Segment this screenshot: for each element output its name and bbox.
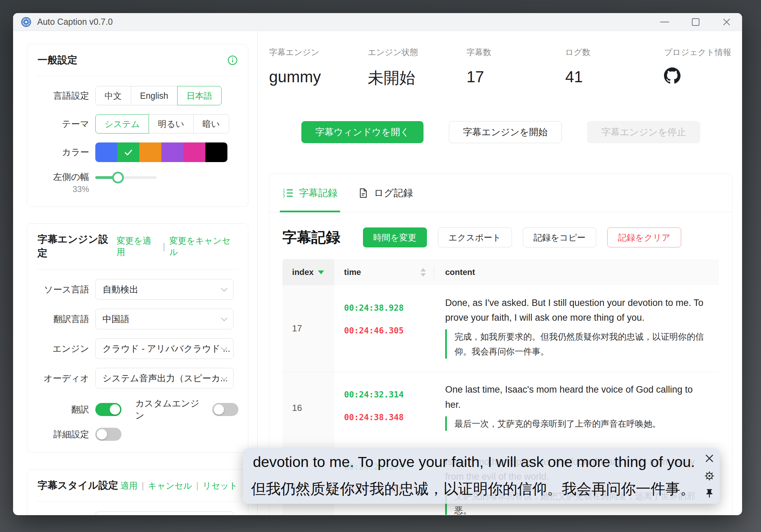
export-button[interactable]: エクスポート <box>438 227 512 247</box>
language-option-chinese[interactable]: 中文 <box>95 86 131 105</box>
column-header-content: content <box>434 259 719 285</box>
chevron-down-icon <box>221 315 227 321</box>
start-time: 00:24:32.314 <box>344 390 434 400</box>
left-width-slider[interactable] <box>95 176 157 179</box>
info-icon[interactable] <box>227 55 238 65</box>
audio-select[interactable]: システム音声出力（スピーカ... <box>95 368 234 389</box>
caption-translation: 最后一次，艾萨克的母亲听到了上帝的声音在呼唤她。 <box>445 416 705 431</box>
settings-sidebar: 一般設定 言語設定 中文 English <box>13 31 258 515</box>
apply-changes-link[interactable]: 変更を適用 <box>117 235 159 258</box>
stat-project-info: プロジェクト情報 <box>664 47 742 89</box>
change-time-button[interactable]: 時間を変更 <box>363 227 427 247</box>
language-option-japanese[interactable]: 日本語 <box>177 86 222 105</box>
theme-option-dark[interactable]: 暗い <box>193 114 229 134</box>
desktop-background: Auto Caption v0.7.0 一般設定 <box>0 0 761 532</box>
style-reset-link[interactable]: リセット <box>203 480 238 491</box>
records-title: 字幕記録 <box>282 228 340 247</box>
long-caption-select[interactable]: 改行しない（字幕ウィンドウ... <box>95 511 234 515</box>
color-setting-label: カラー <box>37 146 89 158</box>
slider-thumb[interactable] <box>112 172 124 183</box>
stat-label: プロジェクト情報 <box>664 47 742 58</box>
column-header-time[interactable]: time <box>334 259 434 285</box>
color-swatch-blue[interactable] <box>95 142 117 162</box>
engine-actions: 字幕ウィンドウを開く 字幕エンジンを開始 字幕エンジンを停止 <box>269 121 732 143</box>
caption-translation: 完成，如我所要求的。但我仍然质疑你对我的忠诚，以证明你的信仰。我会再问你一件事。 <box>445 329 705 359</box>
ordered-list-icon: 1 2 3 <box>282 188 293 199</box>
tab-log-records[interactable]: ログ記録 <box>358 174 413 212</box>
caption-overlay-translated-text: 的。但我仍然质疑你对我的忠诚，以证明你的信仰。我会再问你一件事。 <box>243 479 695 499</box>
engine-label: エンジン <box>37 343 89 355</box>
language-setting-label: 言語設定 <box>37 90 89 102</box>
svg-text:3: 3 <box>283 194 285 198</box>
translate-toggle[interactable] <box>95 403 121 416</box>
row-index: 17 <box>282 285 334 372</box>
accent-color-swatches <box>95 142 227 162</box>
maximize-button[interactable] <box>680 13 711 31</box>
theme-option-light[interactable]: 明るい <box>149 114 193 134</box>
copy-records-button[interactable]: 記録をコピー <box>523 227 597 247</box>
caption-text: Done, as I've asked. But I still questio… <box>445 296 705 325</box>
stat-value: gummy <box>269 67 368 86</box>
stop-engine-button[interactable]: 字幕エンジンを停止 <box>587 121 700 143</box>
language-option-english[interactable]: English <box>131 86 178 105</box>
close-button[interactable] <box>711 13 742 31</box>
chevron-down-icon <box>221 285 227 291</box>
github-icon[interactable] <box>664 67 680 84</box>
engine-value: クラウド - アリババクラウド ... <box>103 343 230 355</box>
cancel-changes-link[interactable]: 変更をキャンセル <box>169 235 238 258</box>
style-apply-link[interactable]: 適用 <box>120 480 138 491</box>
minimize-button[interactable] <box>649 13 680 31</box>
color-swatch-green[interactable] <box>117 142 139 162</box>
gear-icon <box>704 470 715 481</box>
close-icon <box>704 453 715 464</box>
target-language-select[interactable]: 中国語 <box>95 309 234 329</box>
custom-engine-toggle[interactable] <box>212 403 238 416</box>
engine-select[interactable]: クラウド - アリババクラウド ... <box>95 338 234 359</box>
column-header-index[interactable]: index <box>282 259 334 285</box>
source-language-label: ソース言語 <box>37 284 89 296</box>
link-divider: | <box>196 481 199 491</box>
link-divider: | <box>163 242 165 252</box>
overlay-close-button[interactable] <box>703 452 716 465</box>
overlay-pin-button[interactable] <box>703 487 716 500</box>
row-content: Done, as I've asked. But I still questio… <box>434 285 719 372</box>
table-row[interactable]: 17 00:24:38.928 00:24:46.305 Done, as I'… <box>282 285 719 372</box>
window-title: Auto Caption v0.7.0 <box>37 17 113 27</box>
style-cancel-link[interactable]: キャンセル <box>148 480 192 491</box>
caption-overlay-window[interactable]: devotion to me. To prove your faith, I w… <box>243 448 720 504</box>
engine-settings-title: 字幕エンジン設定 <box>37 233 117 260</box>
style-settings-card: 字幕スタイル設定 適用 | キャンセル | リセット 長い字幕 <box>27 469 248 515</box>
advanced-settings-toggle[interactable] <box>95 428 121 441</box>
start-engine-button[interactable]: 字幕エンジンを開始 <box>449 121 562 143</box>
tab-label: 字幕記録 <box>299 187 337 200</box>
language-segmented-control: 中文 English 日本語 <box>95 86 222 105</box>
custom-engine-toggle-label: カスタムエンジン <box>135 397 206 422</box>
link-divider: | <box>142 481 144 491</box>
left-width-label: 左側の幅 <box>37 171 89 183</box>
document-icon <box>358 188 368 198</box>
color-swatch-orange[interactable] <box>139 142 161 162</box>
records-tabbar: 1 2 3 字幕記録 ログ記録 <box>269 174 732 212</box>
stat-log-count: ログ数 41 <box>565 47 664 89</box>
table-row[interactable]: 16 00:24:32.314 00:24:38.348 One last ti… <box>282 372 719 444</box>
close-icon <box>722 18 731 26</box>
clear-records-button[interactable]: 記録をクリア <box>607 227 681 247</box>
maximize-icon <box>692 18 699 26</box>
overlay-settings-button[interactable] <box>703 470 716 482</box>
tab-caption-records[interactable]: 1 2 3 字幕記録 <box>282 174 337 212</box>
tab-label: ログ記録 <box>374 187 413 200</box>
minimize-icon <box>660 22 669 22</box>
color-swatch-magenta[interactable] <box>183 142 205 162</box>
stat-label: 字幕エンジン <box>269 47 368 58</box>
source-language-select[interactable]: 自動検出 <box>95 279 234 300</box>
color-swatch-black[interactable] <box>205 142 227 162</box>
main-panel: 字幕エンジン gummy エンジン状態 未開始 字幕数 17 ログ数 41 <box>258 31 742 515</box>
open-caption-window-button[interactable]: 字幕ウィンドウを開く <box>301 121 423 143</box>
theme-option-system[interactable]: システム <box>95 114 149 134</box>
general-settings-title: 一般設定 <box>37 53 77 67</box>
sort-desc-icon <box>318 270 324 274</box>
app-window: Auto Caption v0.7.0 一般設定 <box>13 13 742 515</box>
sort-carets-icon <box>420 268 426 277</box>
check-icon <box>123 147 133 158</box>
color-swatch-purple[interactable] <box>161 142 183 162</box>
